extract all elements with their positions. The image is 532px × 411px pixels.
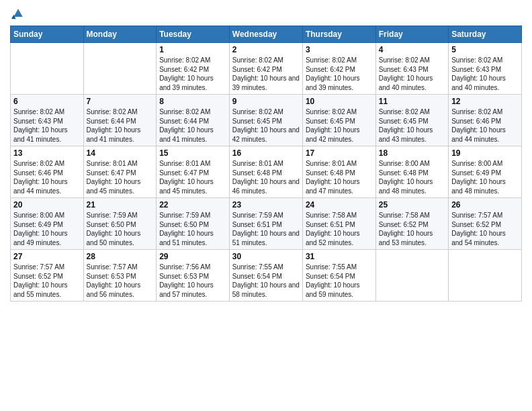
calendar-cell: 26Sunrise: 7:57 AMSunset: 6:52 PMDayligh…: [449, 198, 522, 250]
cell-content: Sunrise: 8:01 AMSunset: 6:48 PMDaylight:…: [306, 159, 373, 195]
cell-content: Sunrise: 7:55 AMSunset: 6:54 PMDaylight:…: [306, 263, 373, 299]
calendar-week-row: 13Sunrise: 8:02 AMSunset: 6:46 PMDayligh…: [11, 146, 522, 198]
calendar-cell: 29Sunrise: 7:56 AMSunset: 6:53 PMDayligh…: [157, 250, 230, 302]
day-number: 3: [306, 45, 373, 54]
day-number: 16: [232, 148, 300, 158]
day-number: 5: [451, 45, 519, 54]
day-number: 11: [379, 97, 445, 106]
cell-content: Sunrise: 8:02 AMSunset: 6:42 PMDaylight:…: [159, 56, 226, 92]
cell-content: Sunrise: 8:02 AMSunset: 6:42 PMDaylight:…: [306, 56, 373, 92]
cell-content: Sunrise: 8:02 AMSunset: 6:45 PMDaylight:…: [232, 107, 300, 144]
day-number: 14: [87, 148, 154, 158]
day-number: 4: [379, 45, 445, 54]
weekday-header: Saturday: [449, 26, 522, 43]
day-number: 28: [87, 252, 154, 261]
day-number: 22: [159, 200, 226, 210]
day-number: 17: [306, 148, 373, 158]
cell-content: Sunrise: 7:58 AMSunset: 6:51 PMDaylight:…: [306, 211, 373, 247]
calendar-cell: 27Sunrise: 7:57 AMSunset: 6:52 PMDayligh…: [11, 250, 84, 302]
header: [10, 7, 522, 20]
calendar-cell: [83, 43, 157, 95]
day-number: 20: [13, 200, 81, 210]
cell-content: Sunrise: 7:56 AMSunset: 6:53 PMDaylight:…: [159, 263, 226, 299]
calendar-cell: 20Sunrise: 8:00 AMSunset: 6:49 PMDayligh…: [11, 198, 84, 250]
cell-content: Sunrise: 8:01 AMSunset: 6:47 PMDaylight:…: [159, 159, 226, 195]
calendar-cell: 24Sunrise: 7:58 AMSunset: 6:51 PMDayligh…: [302, 198, 375, 250]
cell-content: Sunrise: 7:57 AMSunset: 6:52 PMDaylight:…: [451, 211, 519, 247]
day-number: 27: [13, 252, 81, 261]
calendar-cell: 7Sunrise: 8:02 AMSunset: 6:44 PMDaylight…: [83, 95, 157, 146]
calendar-cell: 22Sunrise: 7:59 AMSunset: 6:50 PMDayligh…: [157, 198, 230, 250]
calendar-week-row: 6Sunrise: 8:02 AMSunset: 6:43 PMDaylight…: [11, 95, 522, 146]
day-number: 12: [451, 97, 519, 106]
calendar-cell: 10Sunrise: 8:02 AMSunset: 6:45 PMDayligh…: [302, 95, 375, 146]
day-number: 21: [87, 200, 154, 210]
cell-content: Sunrise: 7:59 AMSunset: 6:51 PMDaylight:…: [232, 211, 300, 247]
cell-content: Sunrise: 8:01 AMSunset: 6:48 PMDaylight:…: [232, 159, 300, 195]
day-number: 10: [306, 97, 373, 106]
weekday-header: Thursday: [302, 26, 375, 43]
day-number: 15: [159, 148, 226, 158]
calendar-table: SundayMondayTuesdayWednesdayThursdayFrid…: [10, 26, 522, 302]
calendar-cell: 4Sunrise: 8:02 AMSunset: 6:43 PMDaylight…: [375, 43, 448, 95]
cell-content: Sunrise: 8:00 AMSunset: 6:49 PMDaylight:…: [451, 159, 519, 195]
cell-content: Sunrise: 8:02 AMSunset: 6:43 PMDaylight:…: [13, 107, 81, 144]
calendar-cell: 31Sunrise: 7:55 AMSunset: 6:54 PMDayligh…: [302, 250, 375, 302]
calendar-cell: 16Sunrise: 8:01 AMSunset: 6:48 PMDayligh…: [229, 146, 302, 198]
calendar-cell: 9Sunrise: 8:02 AMSunset: 6:45 PMDaylight…: [229, 95, 302, 146]
day-number: 6: [13, 97, 81, 106]
day-number: 1: [159, 45, 226, 54]
calendar-cell: 18Sunrise: 8:00 AMSunset: 6:48 PMDayligh…: [375, 146, 448, 198]
calendar-cell: 17Sunrise: 8:01 AMSunset: 6:48 PMDayligh…: [302, 146, 375, 198]
weekday-header: Wednesday: [229, 26, 302, 43]
calendar-cell: 25Sunrise: 7:58 AMSunset: 6:52 PMDayligh…: [375, 198, 448, 250]
logo: [10, 7, 25, 20]
day-number: 2: [232, 45, 300, 54]
calendar-cell: 2Sunrise: 8:02 AMSunset: 6:42 PMDaylight…: [229, 43, 302, 95]
cell-content: Sunrise: 7:55 AMSunset: 6:54 PMDaylight:…: [232, 263, 300, 299]
cell-content: Sunrise: 8:02 AMSunset: 6:45 PMDaylight:…: [306, 107, 373, 144]
day-number: 30: [232, 252, 300, 261]
calendar-cell: 3Sunrise: 8:02 AMSunset: 6:42 PMDaylight…: [302, 43, 375, 95]
page: SundayMondayTuesdayWednesdayThursdayFrid…: [0, 0, 532, 411]
calendar-cell: 5Sunrise: 8:02 AMSunset: 6:43 PMDaylight…: [449, 43, 522, 95]
calendar-week-row: 27Sunrise: 7:57 AMSunset: 6:52 PMDayligh…: [11, 250, 522, 302]
calendar-cell: 30Sunrise: 7:55 AMSunset: 6:54 PMDayligh…: [229, 250, 302, 302]
weekday-header: Monday: [83, 26, 157, 43]
calendar-cell: 8Sunrise: 8:02 AMSunset: 6:44 PMDaylight…: [157, 95, 230, 146]
day-number: 24: [306, 200, 373, 210]
calendar-cell: 19Sunrise: 8:00 AMSunset: 6:49 PMDayligh…: [449, 146, 522, 198]
cell-content: Sunrise: 7:59 AMSunset: 6:50 PMDaylight:…: [159, 211, 226, 247]
cell-content: Sunrise: 7:57 AMSunset: 6:53 PMDaylight:…: [87, 263, 154, 299]
weekday-header: Friday: [375, 26, 448, 43]
svg-marker-0: [13, 9, 22, 17]
cell-content: Sunrise: 8:00 AMSunset: 6:48 PMDaylight:…: [379, 159, 445, 195]
cell-content: Sunrise: 8:02 AMSunset: 6:46 PMDaylight:…: [451, 107, 519, 144]
calendar-cell: 13Sunrise: 8:02 AMSunset: 6:46 PMDayligh…: [11, 146, 84, 198]
cell-content: Sunrise: 8:00 AMSunset: 6:49 PMDaylight:…: [13, 211, 81, 247]
cell-content: Sunrise: 7:57 AMSunset: 6:52 PMDaylight:…: [13, 263, 81, 299]
weekday-header: Tuesday: [157, 26, 230, 43]
calendar-cell: 1Sunrise: 8:02 AMSunset: 6:42 PMDaylight…: [157, 43, 230, 95]
cell-content: Sunrise: 8:02 AMSunset: 6:44 PMDaylight:…: [87, 107, 154, 144]
day-number: 23: [232, 200, 300, 210]
cell-content: Sunrise: 8:02 AMSunset: 6:44 PMDaylight:…: [159, 107, 226, 144]
weekday-header: Sunday: [11, 26, 84, 43]
day-number: 9: [232, 97, 300, 106]
calendar-cell: 28Sunrise: 7:57 AMSunset: 6:53 PMDayligh…: [83, 250, 157, 302]
calendar-cell: 12Sunrise: 8:02 AMSunset: 6:46 PMDayligh…: [449, 95, 522, 146]
cell-content: Sunrise: 7:59 AMSunset: 6:50 PMDaylight:…: [87, 211, 154, 247]
day-number: 8: [159, 97, 226, 106]
day-number: 31: [306, 252, 373, 261]
calendar-cell: 11Sunrise: 8:02 AMSunset: 6:45 PMDayligh…: [375, 95, 448, 146]
cell-content: Sunrise: 8:02 AMSunset: 6:46 PMDaylight:…: [13, 159, 81, 195]
day-number: 26: [451, 200, 519, 210]
calendar-cell: 15Sunrise: 8:01 AMSunset: 6:47 PMDayligh…: [157, 146, 230, 198]
day-number: 25: [379, 200, 445, 210]
calendar-cell: 23Sunrise: 7:59 AMSunset: 6:51 PMDayligh…: [229, 198, 302, 250]
cell-content: Sunrise: 8:02 AMSunset: 6:42 PMDaylight:…: [232, 56, 300, 92]
cell-content: Sunrise: 8:02 AMSunset: 6:43 PMDaylight:…: [379, 56, 445, 92]
logo-icon: [11, 7, 25, 20]
calendar-cell: [449, 250, 522, 302]
calendar-cell: [375, 250, 448, 302]
